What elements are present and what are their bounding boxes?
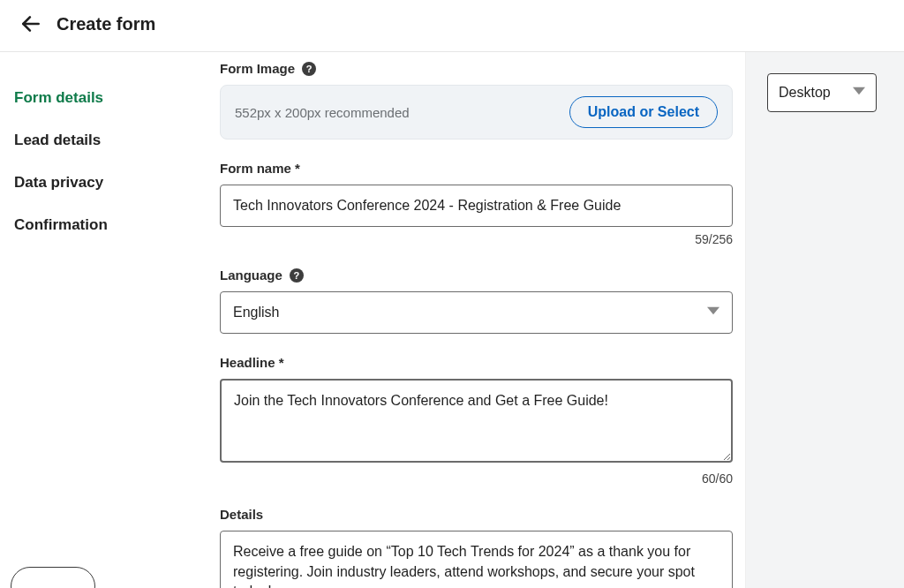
help-icon[interactable]: ?: [290, 268, 304, 283]
headline-counter: 60/60: [220, 471, 733, 486]
sidebar-item-confirmation[interactable]: Confirmation: [14, 204, 207, 246]
form-image-upload-area: 552px x 200px recommended Upload or Sele…: [220, 85, 733, 139]
section-form-image: Form Image ? 552px x 200px recommended U…: [220, 61, 733, 139]
form-editor: Form Image ? 552px x 200px recommended U…: [207, 52, 745, 588]
preview-panel: Desktop: [745, 52, 904, 588]
back-arrow-icon[interactable]: [19, 12, 42, 35]
language-label: Language: [220, 268, 282, 283]
language-value: English: [233, 305, 279, 320]
help-icon[interactable]: ?: [302, 62, 316, 76]
footer-pill-button[interactable]: [11, 567, 95, 588]
form-image-label: Form Image: [220, 61, 295, 76]
chevron-down-icon: [707, 305, 719, 320]
form-name-input[interactable]: [220, 185, 733, 227]
details-label: Details: [220, 507, 263, 522]
device-preview-value: Desktop: [779, 85, 831, 101]
language-select[interactable]: English: [220, 291, 733, 334]
section-headline: Headline * 60/60: [220, 355, 733, 486]
section-form-name: Form name * 59/256: [220, 161, 733, 246]
chevron-down-icon: [853, 85, 865, 101]
section-details: Details: [220, 507, 733, 588]
device-preview-select[interactable]: Desktop: [767, 73, 877, 112]
section-language: Language ? English: [220, 268, 733, 334]
headline-input[interactable]: [220, 379, 733, 463]
form-image-hint: 552px x 200px recommended: [235, 105, 410, 120]
sidebar: Form details Lead details Data privacy C…: [0, 52, 207, 588]
details-input[interactable]: [220, 531, 733, 588]
upload-or-select-button[interactable]: Upload or Select: [569, 96, 718, 128]
sidebar-item-lead-details[interactable]: Lead details: [14, 119, 207, 162]
form-name-label: Form name *: [220, 161, 300, 176]
form-name-counter: 59/256: [220, 232, 733, 246]
headline-label: Headline *: [220, 355, 284, 370]
sidebar-item-data-privacy[interactable]: Data privacy: [14, 162, 207, 204]
sidebar-item-form-details[interactable]: Form details: [14, 77, 207, 119]
page-title: Create form: [56, 14, 155, 34]
page-header: Create form: [0, 0, 904, 52]
